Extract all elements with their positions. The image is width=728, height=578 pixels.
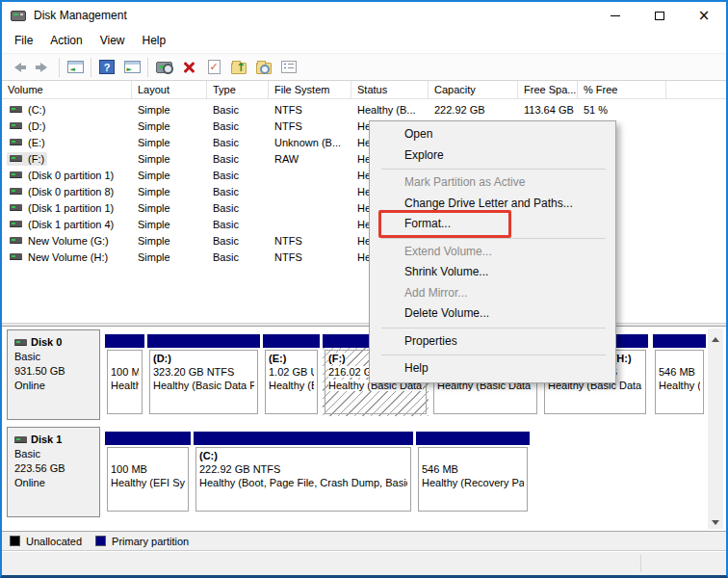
context-menu-item-delete-volume[interactable]: Delete Volume...: [370, 303, 615, 325]
context-menu-item-format[interactable]: Format...: [370, 214, 615, 235]
partition-status: Healthy (Recovery Partition): [659, 379, 700, 392]
volume-list-header: VolumeLayoutTypeFile SystemStatusCapacit…: [2, 81, 726, 99]
partition-body: 546 MBHealthy (Recovery Partition): [655, 350, 704, 414]
legend-label: Primary partition: [112, 536, 189, 547]
disk-label-1[interactable]: Disk 1Basic223.56 GBOnline: [7, 427, 100, 517]
menu-help[interactable]: Help: [134, 29, 175, 53]
legend-swatch: [10, 536, 20, 546]
volume-cell: Basic: [207, 251, 269, 263]
volume-row[interactable]: (Disk 1 partition 4)SimpleBasicHe: [2, 216, 726, 232]
partition-body: (E:)1.02 GB UnknownHealthy (Basic Data P…: [265, 350, 318, 414]
toolbar-separator: [59, 58, 60, 77]
context-menu-item-open[interactable]: Open: [370, 124, 615, 145]
volume-row[interactable]: New Volume (H:)SimpleBasicNTFSHe: [2, 249, 726, 265]
partition-size-text: 546 MB: [659, 366, 695, 378]
partition[interactable]: 100 MBHealthy (System Partition): [105, 334, 144, 416]
legend-swatch: [95, 536, 106, 546]
partition[interactable]: 546 MBHealthy (Recovery Partition): [653, 334, 706, 416]
partition-status: Healthy (EFI System Partition): [111, 476, 185, 489]
volume-cell: NTFS: [269, 235, 351, 247]
volume-name: (E:): [28, 137, 45, 148]
volume-row[interactable]: (Disk 0 partition 1)SimpleBasicHe: [2, 167, 726, 183]
volume-row[interactable]: (Disk 0 partition 8)SimpleBasicHe: [2, 183, 726, 199]
back-button[interactable]: [6, 56, 31, 79]
toolbar: ?: [2, 53, 726, 81]
forward-button[interactable]: [31, 56, 56, 79]
check-doc-button[interactable]: [201, 56, 226, 79]
folder-search-button[interactable]: [251, 56, 276, 79]
context-menu-item-explore[interactable]: Explore: [370, 145, 615, 167]
partition-size: 546 MB: [659, 365, 700, 379]
context-menu-item-properties[interactable]: Properties: [370, 331, 615, 353]
column-header-Layout[interactable]: Layout: [132, 81, 207, 98]
partition-status-text: Healthy (Basic Data Partition): [269, 380, 314, 391]
status-bar: [2, 551, 726, 575]
toolbar-separator: [147, 58, 148, 77]
help-button[interactable]: ?: [94, 56, 119, 79]
volume-row[interactable]: (F:)SimpleBasicRAWHe: [2, 150, 726, 167]
volume-name-cell: New Volume (G:): [2, 234, 132, 248]
menu-action[interactable]: Action: [41, 29, 91, 53]
partition-color-band: [105, 334, 144, 348]
title-bar: Disk Management ×: [2, 2, 726, 29]
partition[interactable]: (E:)1.02 GB UnknownHealthy (Basic Data P…: [263, 334, 320, 416]
partition-name: [422, 449, 524, 462]
column-header-Capacity[interactable]: Capacity: [429, 81, 518, 98]
disk-name: Disk 0: [14, 335, 92, 350]
partition-name-text: (F:): [328, 353, 346, 364]
disk-row-0: Disk 0Basic931.50 GBOnline100 MBHealthy …: [2, 329, 726, 421]
partition-status: Healthy (Boot, Page File, Crash Dump, Ba…: [199, 476, 407, 489]
folder-up-button[interactable]: [226, 56, 251, 79]
partition[interactable]: (C:)222.92 GB NTFSHealthy (Boot, Page Fi…: [194, 432, 413, 513]
volume-cell: Simple: [132, 104, 207, 116]
menu-file[interactable]: File: [6, 29, 41, 53]
legend-item: Unallocated: [10, 536, 82, 547]
column-header-filler[interactable]: [666, 81, 726, 98]
console-tree-button[interactable]: [63, 56, 88, 79]
volume-icon: [10, 122, 22, 129]
folder-up-icon: [231, 63, 247, 74]
column-header-% Free[interactable]: % Free: [578, 81, 666, 98]
volume-cell: Basic: [207, 104, 269, 116]
column-header-File System[interactable]: File System: [269, 81, 351, 98]
volume-cell: Basic: [207, 202, 269, 214]
volume-row[interactable]: (Disk 1 partition 1)SimpleBasicHe: [2, 199, 726, 216]
disk-management-icon: [11, 11, 26, 21]
volume-name: New Volume (H:): [28, 251, 108, 263]
close-button[interactable]: ×: [682, 2, 726, 29]
volume-name-cell: (Disk 1 partition 4): [2, 218, 132, 231]
action-pane-button[interactable]: [119, 56, 144, 79]
minimize-button[interactable]: [593, 2, 637, 29]
column-header-Status[interactable]: Status: [351, 81, 429, 98]
maximize-button[interactable]: [637, 2, 682, 29]
context-menu-item-help[interactable]: Help: [370, 358, 615, 380]
status-bar-separator: [640, 555, 641, 572]
partition[interactable]: 100 MBHealthy (EFI System Partition): [105, 432, 191, 513]
partition[interactable]: 546 MBHealthy (Recovery Partition): [416, 432, 530, 513]
volume-cell: Basic: [207, 120, 269, 132]
volume-name-cell: (Disk 0 partition 8): [2, 185, 132, 198]
volume-row[interactable]: (D:)SimpleBasicNTFSHe: [2, 118, 726, 134]
disk-size: 931.50 GB: [14, 364, 92, 379]
partition-size: 323.20 GB NTFS: [153, 365, 254, 379]
partition[interactable]: (D:)323.20 GB NTFSHealthy (Basic Data Pa…: [147, 334, 260, 416]
checklist-button[interactable]: [276, 56, 301, 79]
disk-name-text: Disk 1: [31, 433, 62, 447]
context-menu-item-change-drive-letter-and-paths[interactable]: Change Drive Letter and Paths...: [370, 194, 615, 215]
volume-list-rows: (C:)SimpleBasicNTFSHealthy (B...222.92 G…: [2, 99, 726, 265]
help-icon: ?: [99, 60, 115, 74]
disk-label-0[interactable]: Disk 0Basic931.50 GBOnline: [7, 329, 100, 420]
column-header-Volume[interactable]: Volume: [2, 81, 132, 98]
volume-row[interactable]: (C:)SimpleBasicNTFSHealthy (B...222.92 G…: [2, 101, 726, 118]
rescan-button[interactable]: [151, 56, 176, 79]
disk-status: Online: [14, 379, 92, 393]
volume-row[interactable]: (E:)SimpleBasicUnknown (B...He: [2, 134, 726, 150]
delete-button[interactable]: [176, 56, 201, 79]
volume-row[interactable]: New Volume (G:)SimpleBasicNTFSHe: [2, 232, 726, 249]
column-header-Type[interactable]: Type: [207, 81, 269, 98]
legend-label: Unallocated: [26, 536, 82, 547]
column-header-Free Spa...[interactable]: Free Spa...: [518, 81, 578, 98]
volume-cell: Simple: [132, 137, 207, 148]
menu-view[interactable]: View: [91, 29, 134, 53]
context-menu-item-shrink-volume[interactable]: Shrink Volume...: [370, 262, 615, 283]
